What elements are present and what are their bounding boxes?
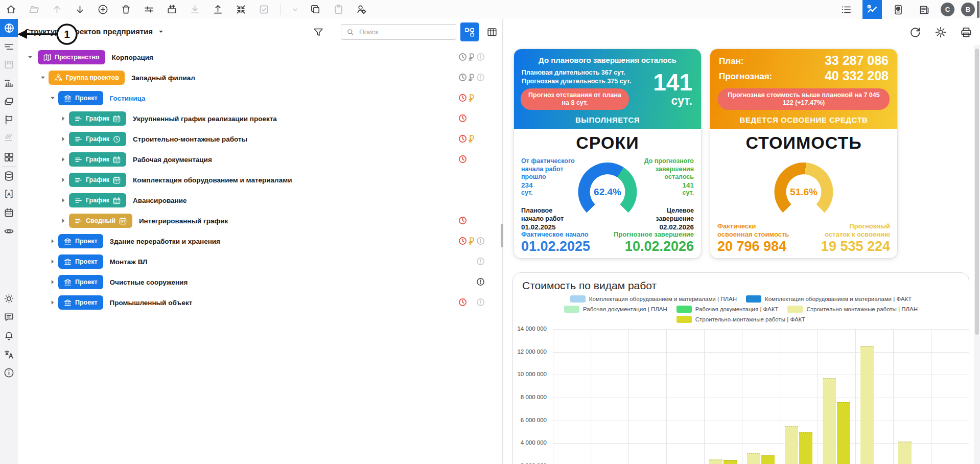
type-badge[interactable]: Сводный [69, 214, 132, 228]
sidebar-globe-icon[interactable] [0, 19, 18, 37]
passport-icon[interactable] [889, 0, 908, 19]
legend-item[interactable]: Комплектация оборудованием и материалами… [570, 295, 737, 303]
tree-row[interactable]: ПространствоКорпорация [18, 47, 502, 67]
sidebar-language-icon[interactable] [0, 348, 18, 360]
tree-row[interactable]: ПроектМонтаж ВЛ [18, 251, 502, 272]
collapse-caret-icon[interactable] [25, 52, 35, 62]
expand-caret-icon[interactable] [48, 236, 58, 246]
printer-icon[interactable] [959, 25, 973, 39]
cost-by-work-type-card: Стоимость по видам работ Комплектация об… [512, 272, 969, 464]
type-badge[interactable]: Проект [58, 254, 103, 269]
tree-item-name: Укрупненный график реализации проекта [133, 115, 277, 123]
tree-row[interactable]: Группа проектовЗападный филиал [18, 67, 502, 88]
refresh-icon[interactable] [908, 25, 922, 39]
legend-item[interactable]: Строительно-монтажные работы | ФАКТ [676, 316, 806, 323]
expand-caret-icon[interactable] [58, 134, 68, 144]
type-badge[interactable]: График [69, 132, 126, 146]
sidebar-comments-icon[interactable] [0, 311, 18, 323]
gridline [780, 329, 780, 464]
copy-icon[interactable] [309, 4, 321, 16]
tree-row[interactable]: ПроектГостиница [18, 88, 502, 108]
home-icon[interactable] [5, 4, 17, 16]
top-scrollbar-thumb[interactable] [977, 1, 979, 18]
legend-item[interactable]: Рабочая документация | ФАКТ [676, 306, 779, 313]
expand-caret-icon[interactable] [58, 175, 68, 185]
sidebar-brackets-a-icon[interactable]: A [0, 188, 18, 200]
sidebar-windows-icon[interactable] [0, 96, 18, 108]
expand-caret-icon[interactable] [58, 154, 68, 165]
status-warning-icon [476, 53, 485, 61]
tree-row[interactable]: ПроектПромышленный объект [18, 292, 502, 313]
legend-item[interactable]: Строительно-монтажные работы | ПЛАН [787, 306, 918, 313]
sidebar-theme-icon[interactable] [0, 292, 18, 305]
sidebar-database-icon[interactable] [0, 170, 18, 182]
user-settings-icon[interactable] [355, 4, 367, 16]
gear-icon[interactable] [934, 25, 947, 39]
tree-view-button[interactable] [460, 22, 479, 41]
sidebar-calendar-icon[interactable] [0, 206, 18, 219]
legend-item[interactable]: Рабочая документация | ПЛАН [564, 306, 667, 313]
dashboard-scrollbar-thumb[interactable] [975, 49, 979, 335]
type-badge[interactable]: График [69, 193, 126, 207]
type-badge[interactable]: Проект [58, 91, 103, 105]
collapse-caret-icon[interactable] [48, 93, 58, 103]
type-badge[interactable]: Проект [58, 275, 103, 289]
tree-row[interactable]: СводныйИнтегрированный график [18, 211, 502, 231]
cost-card-header: План: 33 287 086 Прогнозная: 40 332 208 … [710, 49, 897, 129]
sidebar-histogram-icon[interactable] [0, 76, 18, 88]
tree-row[interactable]: ГрафикКомплектация оборудованием и матер… [18, 170, 502, 190]
expand-caret-icon[interactable] [48, 257, 58, 267]
expand-caret-icon[interactable] [48, 277, 58, 287]
type-badge[interactable]: Пространство [38, 50, 105, 64]
lines-icon [75, 115, 82, 123]
tree-row[interactable]: ГрафикСтроительно-монтажные работы [18, 129, 502, 149]
tree-row[interactable]: ГрафикАвансирование [18, 190, 502, 211]
status-ruble-icon [467, 73, 476, 82]
type-badge[interactable]: Проект [58, 234, 103, 248]
sidebar-info-icon[interactable] [0, 366, 18, 379]
arrow-down-icon[interactable] [74, 4, 86, 16]
deadlines-header-title: До планового завершения осталось [514, 56, 701, 64]
tree-row[interactable]: ПроектЗдание переработки и хранения [18, 231, 502, 251]
type-badge[interactable]: График [69, 152, 126, 167]
tree-item-name: Рабочая документация [133, 156, 212, 164]
y-tick-label: 14 000 000 [517, 326, 547, 332]
collapse-caret-icon[interactable] [38, 73, 48, 83]
legend-item[interactable]: Комплектация оборудованием и материалами… [746, 295, 912, 303]
type-badge[interactable]: График [69, 173, 126, 187]
filter-settings-icon[interactable] [143, 4, 155, 16]
trash-icon[interactable] [120, 4, 132, 16]
search-icon [346, 28, 355, 36]
type-badge[interactable]: Группа проектов [49, 71, 125, 85]
sidebar-notifications-icon[interactable] [0, 330, 18, 342]
expand-caret-icon[interactable] [58, 195, 68, 205]
upload-icon[interactable] [212, 4, 224, 16]
list-icon[interactable] [836, 0, 856, 19]
avatar-c[interactable]: C [941, 3, 954, 16]
actual-start-date: 01.02.2025 [521, 239, 590, 254]
table-view-button[interactable] [483, 22, 501, 41]
filter-icon[interactable] [311, 25, 325, 39]
news-icon[interactable] [915, 0, 934, 19]
expand-caret-icon[interactable] [58, 113, 68, 124]
sidebar-grid-icon[interactable] [0, 151, 18, 163]
avatar-b[interactable]: B [961, 3, 975, 16]
sidebar-structure-icon[interactable] [0, 40, 18, 53]
expand-caret-icon[interactable] [58, 216, 68, 226]
legend-label: Строительно-монтажные работы | ФАКТ [695, 316, 806, 322]
sidebar-flag-icon[interactable] [0, 113, 18, 126]
add-circle-icon[interactable] [97, 4, 109, 16]
tree-title-dropdown[interactable]: Структура проектов предприятия [25, 27, 164, 36]
tree-row[interactable]: ПроектОчистные сооружения [18, 272, 502, 292]
sidebar-eye-icon[interactable] [0, 225, 18, 237]
tree-row[interactable]: ГрафикУкрупненный график реализации прое… [18, 108, 502, 129]
bar-Строительно-монтажные работы | ПЛАН [898, 442, 912, 464]
type-badge[interactable]: Проект [58, 295, 103, 310]
search-input[interactable] [358, 28, 451, 36]
tree-row[interactable]: ГрафикРабочая документация [18, 149, 502, 170]
expand-caret-icon[interactable] [48, 297, 58, 308]
type-badge[interactable]: График [69, 111, 126, 126]
archive-box-icon[interactable] [166, 4, 178, 16]
collapse-icon[interactable] [235, 4, 247, 16]
monitoring-icon[interactable] [862, 0, 882, 19]
